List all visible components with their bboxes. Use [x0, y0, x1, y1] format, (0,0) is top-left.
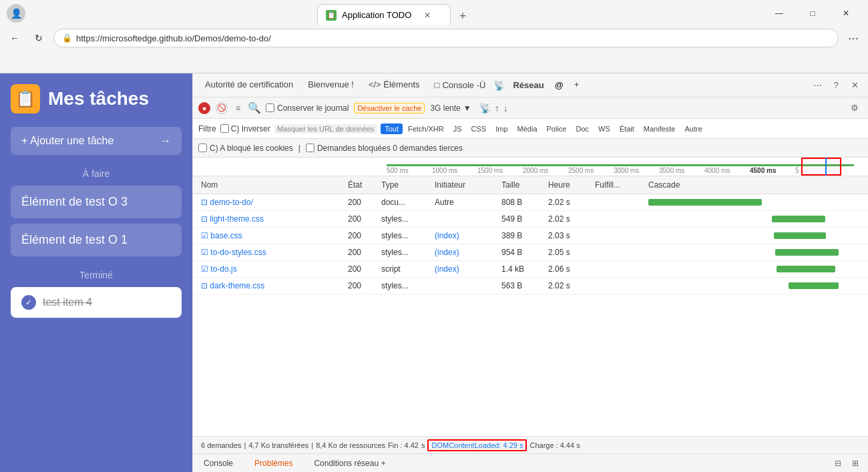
row-cascade	[646, 280, 863, 291]
profile-icon: 👤	[7, 4, 25, 23]
header-initiator: Initiateur	[432, 179, 499, 191]
window-controls: — □ ✕	[764, 3, 861, 24]
table-row[interactable]: ☑ base.css 200 styles... (index) 389 B 2…	[193, 228, 868, 244]
row-time: 2.02 s	[546, 213, 592, 225]
done-item-1[interactable]: ✓ test item 4	[11, 287, 182, 318]
devtools-tab-auth[interactable]: Autorité de certification	[198, 75, 300, 95]
table-row[interactable]: ☑ to-do-styles.css 200 styles... (index)…	[193, 244, 868, 261]
devtools-close-button[interactable]: ✕	[847, 77, 863, 93]
timeline-progress	[387, 164, 854, 166]
filter-type-all[interactable]: Tout	[381, 124, 403, 134]
console-label: Console -Ü	[442, 80, 485, 90]
filter-type-police[interactable]: Police	[543, 124, 571, 134]
mask-url-button[interactable]: Masquer les URL de données	[274, 124, 377, 134]
undock-button[interactable]: ⊞	[848, 456, 863, 471]
filter-type-imp[interactable]: Imp	[491, 124, 511, 134]
filter-type-autre[interactable]: Autre	[681, 124, 706, 134]
active-tab[interactable]: 📋 Application TODO ✕	[317, 4, 451, 25]
filter-type-etait[interactable]: Était	[616, 124, 638, 134]
disable-cache-button[interactable]: Désactiver le cache	[354, 103, 425, 113]
row-cascade	[646, 247, 863, 258]
download-icon[interactable]: ↓	[503, 103, 508, 113]
table-row[interactable]: ⊡ dark-theme.css 200 styles... 563 B 2.0…	[193, 278, 868, 294]
devtools-tab-console[interactable]: □ Console -Ü	[428, 76, 493, 94]
row-type: styles...	[379, 213, 432, 225]
back-button[interactable]: ←	[5, 29, 24, 47]
upload-icon[interactable]: ↑	[495, 103, 499, 113]
bottom-tab-issues[interactable]: Problèmes	[249, 456, 298, 471]
minimize-button[interactable]: —	[764, 3, 795, 24]
network-conditions-button[interactable]: Conditions réseau +	[308, 456, 391, 471]
sidebar-header: 📋 Mes tâches	[11, 84, 182, 113]
maximize-button[interactable]: □	[797, 3, 828, 24]
wifi-icon-btn[interactable]: 📡	[479, 103, 491, 113]
status-bar: 6 demandes | 4,7 Ko transférées | 8,4 Ko…	[193, 436, 868, 453]
table-row[interactable]: ⊡ light-theme.css 200 styles... 549 B 2.…	[193, 211, 868, 228]
new-tab-button[interactable]: +	[453, 7, 472, 25]
filter-type-js[interactable]: JS	[449, 124, 466, 134]
blocked-requests-input[interactable]	[306, 144, 314, 152]
ruler-mark-500: 500 ms	[387, 167, 432, 176]
todo-item-2[interactable]: Élément de test O 1	[11, 224, 182, 256]
filter-type-css[interactable]: CSS	[467, 124, 491, 134]
row-cascade	[646, 230, 863, 241]
row-cascade	[646, 214, 863, 224]
devtools-tab-network[interactable]: Réseau	[506, 76, 550, 94]
blocked-cookies-checkbox[interactable]: C) A bloqué les cookies	[198, 144, 293, 153]
record-button[interactable]: ●	[198, 102, 210, 114]
filter-type-doc[interactable]: Doc	[572, 124, 593, 134]
settings-button[interactable]: ⚙	[847, 100, 863, 116]
devtools-more-button[interactable]: ⋯	[809, 77, 825, 93]
header-size: Taille	[499, 179, 546, 191]
devtools-tab-add[interactable]: +	[568, 75, 586, 95]
blocked-requests-checkbox[interactable]: Demandes bloquées 0 demandes tierces	[306, 144, 463, 153]
finish-time: Fin : 4.42	[388, 441, 419, 449]
filter-button[interactable]: ≡	[233, 102, 243, 114]
filter-type-fetch[interactable]: Fetch/XHR	[404, 124, 448, 134]
tab-close-button[interactable]: ✕	[422, 10, 433, 21]
row-fulfill	[592, 201, 646, 204]
address-input[interactable]: 🔒 https://microsoftedge.github.io/Demos/…	[53, 29, 839, 47]
invert-checkbox[interactable]: C) Inverser	[220, 124, 270, 134]
clear-button[interactable]: 🚫	[216, 102, 228, 114]
app-logo: 📋	[11, 84, 40, 113]
devtools-tab-welcome[interactable]: Bienvenue !	[301, 75, 361, 95]
preserve-log-input[interactable]	[266, 103, 274, 112]
row-status: 200	[345, 263, 379, 275]
filter-type-media[interactable]: Média	[513, 124, 541, 134]
devtools-tab-elements[interactable]: </> Éléments	[362, 75, 427, 95]
filter-type-manifest[interactable]: Manifeste	[640, 124, 680, 134]
ruler-mark-2500: 2500 ms	[568, 167, 614, 176]
todo-item-1[interactable]: Élément de test O 3	[11, 186, 182, 218]
preserve-log-checkbox[interactable]: Conserver le journal	[266, 103, 349, 113]
row-type: script	[379, 263, 432, 275]
network-table: Nom État Type Initiateur Taille Heure Fu…	[193, 176, 868, 436]
close-button[interactable]: ✕	[831, 3, 861, 24]
row-status: 200	[345, 196, 379, 208]
table-row[interactable]: ☑ to-do.js 200 script (index) 1.4 kB 2.0…	[193, 261, 868, 278]
table-row[interactable]: ⊡ demo-to-do/ 200 docu... Autre 808 B 2.…	[193, 194, 868, 211]
app-title: Mes tâches	[48, 88, 149, 109]
add-task-arrow: →	[160, 135, 171, 147]
devtools-help-button[interactable]: ?	[828, 77, 844, 93]
ruler-mark-4500: 4500 ms	[750, 167, 795, 176]
row-initiator	[432, 218, 499, 220]
row-type: styles...	[379, 230, 432, 242]
row-name: ⊡ light-theme.css	[198, 213, 345, 225]
dock-button[interactable]: ⊟	[831, 456, 845, 471]
invert-input[interactable]	[220, 124, 229, 133]
throttle-select[interactable]: 3G lente ▼	[430, 103, 471, 113]
row-name: ☑ to-do.js	[198, 263, 345, 275]
address-bar: ← ↻ 🔒 https://microsoftedge.github.io/De…	[0, 27, 868, 49]
bottom-tab-console[interactable]: Console	[198, 456, 238, 471]
search-button[interactable]: 🔍	[248, 102, 260, 114]
header-name: Nom	[198, 179, 345, 191]
blocked-cookies-input[interactable]	[198, 144, 207, 152]
devtools-tabs: Autorité de certification Bienvenue ! </…	[198, 75, 586, 95]
row-status: 200	[345, 280, 379, 292]
filter-type-ws[interactable]: WS	[594, 124, 614, 134]
add-task-button[interactable]: + Ajouter une tâche →	[11, 127, 182, 155]
refresh-button[interactable]: ↻	[29, 29, 48, 47]
more-options-button[interactable]: ⋯	[844, 29, 863, 47]
timeline-ruler: 500 ms 1000 ms 1500 ms 2000 ms 2500 ms 3…	[193, 158, 868, 176]
